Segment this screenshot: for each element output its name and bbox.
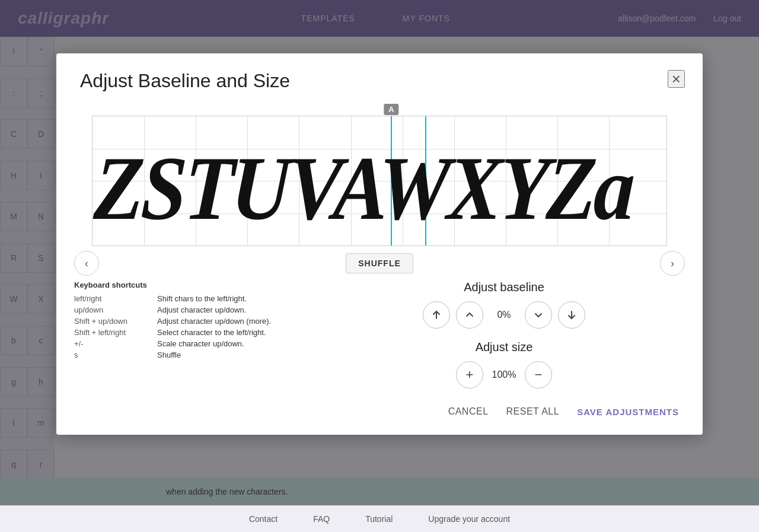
footer: Contact FAQ Tutorial Upgrade your accoun…: [0, 505, 759, 532]
baseline-section: Adjust baseline 0%: [323, 281, 685, 329]
next-button[interactable]: ›: [660, 251, 685, 276]
modal-title: Adjust Baseline and Size: [80, 70, 290, 92]
shortcut-row: Shift + left/right Select character to t…: [74, 328, 299, 337]
shortcut-row: s Shuffle: [74, 351, 299, 359]
shortcut-key: Shift + up/down: [74, 317, 151, 326]
shortcut-key: left/right: [74, 294, 151, 303]
up-large-icon: [431, 310, 442, 320]
shortcuts-title: Keyboard shortcuts: [74, 281, 299, 289]
size-controls: + 100% −: [323, 361, 685, 388]
close-button[interactable]: ×: [668, 70, 685, 88]
action-buttons: CANCEL RESET ALL SAVE ADJUSTMENTS: [56, 400, 703, 417]
save-adjustments-button[interactable]: SAVE ADJUSTMENTS: [577, 407, 679, 417]
font-preview-wrapper: A: [74, 104, 685, 246]
reset-all-button[interactable]: RESET ALL: [506, 406, 560, 417]
shortcut-row: up/down Adjust character up/down.: [74, 305, 299, 314]
footer-upgrade[interactable]: Upgrade your account: [428, 514, 510, 524]
down-large-icon: [566, 310, 577, 320]
baseline-up-large-button[interactable]: [423, 301, 450, 329]
prev-button[interactable]: ‹: [74, 251, 99, 276]
footer-tutorial[interactable]: Tutorial: [365, 514, 393, 524]
size-value: 100%: [489, 369, 519, 380]
shortcut-row: left/right Shift chars to the left/right…: [74, 294, 299, 303]
adjustments-panel: Adjust baseline 0%: [323, 281, 685, 400]
size-label: Adjust size: [323, 340, 685, 354]
controls-area: Keyboard shortcuts left/right Shift char…: [56, 281, 703, 400]
keyboard-shortcuts: Keyboard shortcuts left/right Shift char…: [74, 281, 299, 400]
baseline-down-large-button[interactable]: [558, 301, 585, 329]
baseline-up-small-button[interactable]: [456, 301, 483, 329]
svg-text:ZSTUVAWXYZa: ZSTUVAWXYZa: [93, 138, 636, 240]
footer-contact[interactable]: Contact: [249, 514, 278, 524]
adjust-modal: Adjust Baseline and Size × A: [56, 53, 703, 435]
baseline-label: Adjust baseline: [323, 281, 685, 294]
preview-nav: ‹ SHUFFLE ›: [56, 246, 703, 281]
handwriting-svg: ZSTUVAWXYZa: [93, 116, 666, 246]
shortcut-desc: Select character to the left/right.: [157, 328, 266, 337]
footer-faq[interactable]: FAQ: [313, 514, 330, 524]
size-minus-button[interactable]: −: [525, 361, 552, 388]
up-small-icon: [464, 310, 475, 320]
shortcut-desc: Shuffle: [157, 351, 181, 359]
cancel-button[interactable]: CANCEL: [448, 406, 489, 417]
size-section: Adjust size + 100% −: [323, 340, 685, 388]
shortcut-key: +/-: [74, 339, 151, 348]
a-marker: A: [384, 104, 398, 115]
modal-header: Adjust Baseline and Size ×: [56, 53, 703, 98]
shortcut-desc: Adjust character up/down (more).: [157, 317, 271, 326]
shortcut-desc: Adjust character up/down.: [157, 305, 246, 314]
baseline-down-small-button[interactable]: [525, 301, 552, 329]
shuffle-button[interactable]: SHUFFLE: [346, 253, 413, 273]
down-small-icon: [533, 310, 544, 320]
shortcut-key: Shift + left/right: [74, 328, 151, 337]
shortcut-desc: Scale character up/down.: [157, 339, 244, 348]
size-plus-button[interactable]: +: [456, 361, 483, 388]
shortcut-desc: Shift chars to the left/right.: [157, 294, 247, 303]
baseline-controls: 0%: [323, 301, 685, 329]
shortcut-key: s: [74, 351, 151, 359]
shortcut-row: +/- Scale character up/down.: [74, 339, 299, 348]
shortcut-key: up/down: [74, 305, 151, 314]
shortcut-row: Shift + up/down Adjust character up/down…: [74, 317, 299, 326]
baseline-value: 0%: [489, 310, 519, 320]
font-preview-area: ZSTUVAWXYZa: [92, 116, 667, 246]
